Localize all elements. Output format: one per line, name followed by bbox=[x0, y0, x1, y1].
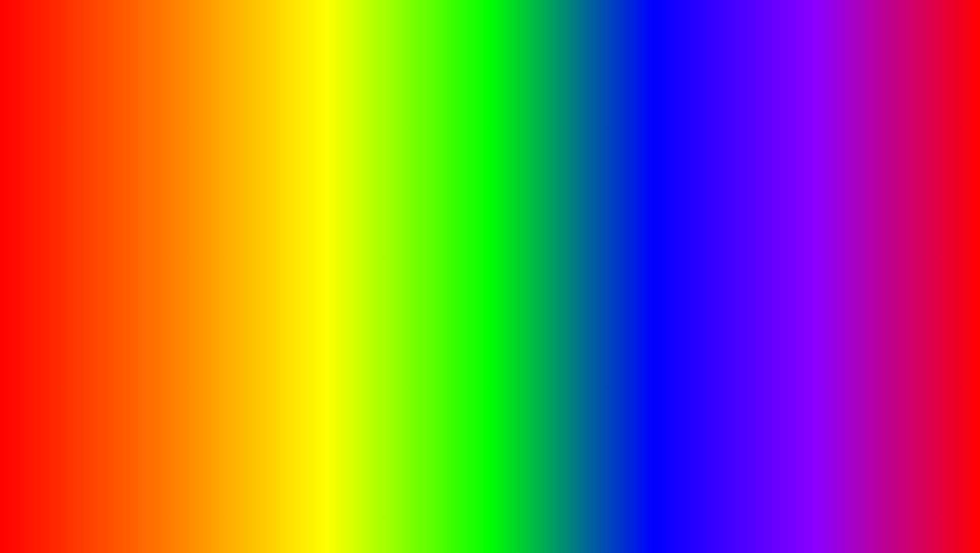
bottom-text-area: AUTO FARM SCRIPT PASTEBIN bbox=[51, 474, 723, 533]
auto-mirage-checkbox[interactable] bbox=[285, 245, 292, 252]
sidebar-weapons-label-right: Weapons bbox=[688, 216, 707, 221]
auto-mirage-hop-checkbox[interactable] bbox=[285, 263, 292, 270]
checkmark-1: ✓ bbox=[198, 214, 223, 249]
dropdown-arrow: ▼ bbox=[287, 197, 292, 203]
panel-right-header-title: N NEVA HUB | BLOX FRUIT bbox=[682, 162, 762, 172]
panel-left-header-date: 09/02/2023 - 07:31:40 AM [ ID ] bbox=[227, 164, 298, 170]
farm-mode-label: Select Mode Farm : Normal Mode bbox=[104, 197, 187, 203]
sidebar-player-label-right: Player bbox=[691, 285, 704, 290]
logo-br-text: BL⊗ FRUITS bbox=[856, 488, 929, 538]
sidebar-main-label-left: Main bbox=[68, 193, 78, 198]
android-label: ANDROID bbox=[51, 250, 221, 286]
panel-right-content: Mink Fake Transform Fishman Fake Transfo… bbox=[717, 176, 928, 321]
checkmark-2: ✓ bbox=[226, 250, 252, 286]
skypeian-transform-btn[interactable]: Skypeian Fake Transform bbox=[723, 217, 923, 232]
sidebar-stats-label-right: Stats bbox=[692, 262, 703, 267]
home-icon-right: 🏠 bbox=[693, 184, 702, 192]
panel-right-sidebar: 🏠 Main ⚔ Weapons ⚙ Settings 📈 Stats 🎮 Pl… bbox=[677, 176, 717, 321]
panel-right-title-text: NEVA HUB | BLOX FRUIT bbox=[695, 164, 762, 170]
sidebar-item-main-left[interactable]: 🏠 Main bbox=[52, 180, 93, 202]
pin-icon-left: 📍 bbox=[69, 288, 77, 296]
panel-left-header: N NEVA HUB | BLOX FRUIT 09/02/2023 - 07:… bbox=[52, 159, 303, 176]
fishman-transform-btn[interactable]: Fishman Fake Transform bbox=[723, 199, 923, 214]
skull-icon: 💀 bbox=[875, 451, 910, 486]
treasure-chest: 📦 bbox=[652, 416, 691, 452]
panel-left-content-title: Main bbox=[98, 181, 298, 189]
logo-bottom-right: 💀 BL⊗ FRUITS bbox=[856, 451, 929, 538]
logo-br-x: ⊗ bbox=[898, 489, 918, 514]
sidebar-teleport-label-left: Teleport bbox=[64, 297, 81, 302]
info-icon-left: ℹ bbox=[72, 310, 74, 319]
title-blox: BLOX bbox=[235, 10, 450, 91]
sidebar-item-stats-right[interactable]: 📈 Stats bbox=[677, 248, 717, 271]
fluxus-line1: FLUXUS bbox=[799, 151, 913, 171]
sword-icon-right: ⚔ bbox=[694, 206, 701, 215]
sidebar-settings-label-right: Settings bbox=[689, 239, 706, 244]
ghoul-transform-btn[interactable]: Ghoul Fake Transform bbox=[723, 235, 923, 251]
pin-icon-right: 📍 bbox=[693, 298, 702, 306]
sidebar-main-label-right: Main bbox=[692, 193, 702, 198]
panel-left-header-title: N NEVA HUB | BLOX FRUIT bbox=[57, 162, 137, 172]
mobile-label: MOBILE bbox=[51, 213, 193, 250]
player-icon-right: 🎮 bbox=[693, 275, 702, 283]
sidebar-item-settings-right[interactable]: ⚙ Settings bbox=[677, 225, 717, 248]
auto-farm-checkbox[interactable] bbox=[285, 215, 292, 222]
sidebar-item-teleport-right[interactable]: 📍 Teleport bbox=[677, 294, 717, 317]
pastebin-bottom: PASTEBIN bbox=[520, 485, 723, 530]
mobile-android-text: MOBILE ✓ ANDROID ✓ bbox=[51, 213, 252, 286]
fluxus-line2: HYDROGEN bbox=[799, 171, 913, 192]
neva-logo-left: N bbox=[57, 162, 68, 172]
farm-mode-dropdown[interactable]: Select Mode Farm : Normal Mode ▼ bbox=[98, 194, 298, 207]
sidebar-item-main-right[interactable]: 🏠 Main bbox=[677, 180, 717, 202]
fluxus-badge: FLUXUS HYDROGEN bbox=[793, 147, 919, 195]
home-icon-left: 🏠 bbox=[69, 184, 77, 192]
cyborg-transform-btn[interactable]: Cyborg Fake Transform bbox=[723, 254, 923, 269]
neva-logo-right: N bbox=[682, 162, 692, 172]
bead-decoration bbox=[207, 131, 410, 146]
sidebar-item-player-right[interactable]: 🎮 Player bbox=[677, 271, 717, 294]
panel-left-title-text: NEVA HUB | BLOX FRUIT bbox=[71, 164, 137, 170]
title-fruits: FRUITS bbox=[468, 10, 746, 91]
sidebar-item-info-left[interactable]: ℹ bbox=[52, 306, 93, 324]
script-bottom: SCRIPT bbox=[364, 485, 513, 530]
timer-display: 30:14 bbox=[515, 421, 564, 441]
auto-farm-bottom: AUTO FARM bbox=[51, 475, 352, 532]
title-container: BLOX FRUITS bbox=[0, 10, 980, 91]
gear-icon-right: ⚙ bbox=[694, 229, 701, 237]
sidebar-item-weapons-right[interactable]: ⚔ Weapons bbox=[677, 202, 717, 225]
chart-icon-right: 📈 bbox=[693, 252, 702, 260]
logo-br-fruits: FRUITS bbox=[856, 515, 929, 537]
panel-right-body: 🏠 Main ⚔ Weapons ⚙ Settings 📈 Stats 🎮 Pl… bbox=[677, 176, 928, 321]
logo-br-blox: BL bbox=[868, 489, 898, 514]
sidebar-teleport-label-right: Teleport bbox=[689, 307, 705, 313]
